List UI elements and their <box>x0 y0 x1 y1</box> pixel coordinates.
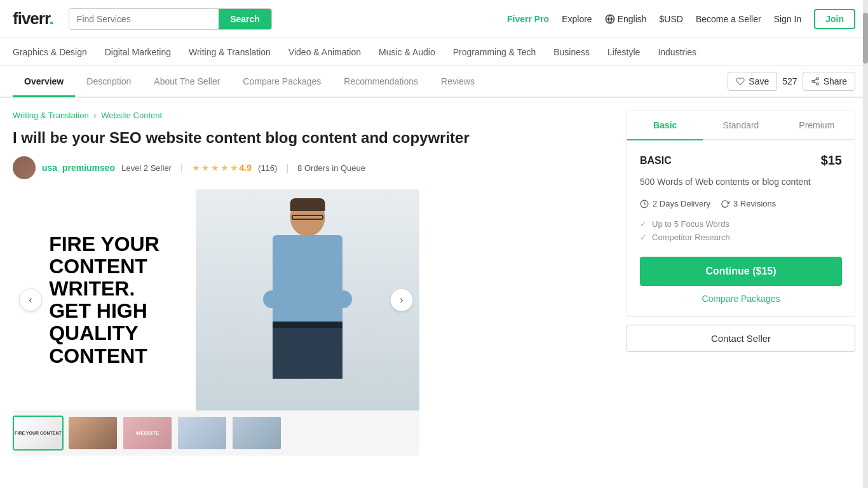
left-column: Writing & Translation › Website Content … <box>13 111 611 456</box>
pkg-tab-basic[interactable]: Basic <box>627 111 703 140</box>
logo-dot: . <box>50 9 53 28</box>
share-label: Share <box>824 76 847 86</box>
language-selector[interactable]: English <box>605 14 647 24</box>
carousel-prev-button[interactable]: ‹ <box>19 288 42 311</box>
heart-icon <box>736 77 745 86</box>
thumbnail-4[interactable] <box>177 416 227 451</box>
fiverr-pro-link[interactable]: Fiverr Pro <box>507 14 549 24</box>
save-label: Save <box>749 76 769 86</box>
save-button[interactable]: Save <box>728 72 777 91</box>
currency-selector[interactable]: $USD <box>660 14 683 24</box>
review-count: (116) <box>258 163 277 173</box>
cat-business[interactable]: Business <box>553 47 590 57</box>
carousel-next-button[interactable]: › <box>390 288 413 311</box>
tab-description[interactable]: Description <box>75 67 142 97</box>
carousel-big-text: FIRE YOUR CONTENT WRITER. GET HIGH QUALI… <box>49 233 159 367</box>
explore-link[interactable]: Explore <box>562 14 592 24</box>
thumbnail-5[interactable] <box>231 416 282 451</box>
share-button[interactable]: Share <box>803 72 855 91</box>
svg-point-4 <box>816 83 818 85</box>
rating-value: 4.9 <box>240 163 252 173</box>
package-description: 500 Words of Web contents or blog conten… <box>640 175 842 189</box>
package-price: $15 <box>821 153 842 168</box>
star-5: ★ <box>230 163 238 173</box>
star-4: ★ <box>220 163 229 173</box>
nav-right: Fiverr Pro Explore English $USD Become a… <box>507 9 855 29</box>
scrollbar[interactable] <box>863 0 868 456</box>
join-button[interactable]: Join <box>814 9 855 29</box>
package-features: ✓ Up to 5 Focus Words ✓ Competitor Resea… <box>640 217 842 244</box>
tab-overview[interactable]: Overview <box>13 67 75 97</box>
breadcrumb-child[interactable]: Website Content <box>101 111 162 120</box>
carousel-image: FIRE YOUR CONTENT WRITER. GET HIGH QUALI… <box>13 189 419 410</box>
delivery-days: 2 Days Delivery <box>653 199 710 208</box>
scrollbar-thumb[interactable] <box>863 13 868 64</box>
thumb-inner-2 <box>69 417 117 449</box>
save-count: 527 <box>782 76 797 86</box>
carousel-person-panel <box>196 189 419 410</box>
refresh-icon <box>721 200 729 208</box>
person-glasses <box>292 215 323 220</box>
cat-graphics-design[interactable]: Graphics & Design <box>13 47 87 57</box>
search-button[interactable]: Search <box>219 9 271 29</box>
cat-writing-translation[interactable]: Writing & Translation <box>189 47 271 57</box>
carousel-line-2: CONTENT <box>49 255 159 278</box>
become-seller-link[interactable]: Become a Seller <box>696 14 761 24</box>
svg-line-5 <box>814 82 817 83</box>
pkg-tab-premium[interactable]: Premium <box>779 111 855 140</box>
continue-button[interactable]: Continue ($15) <box>640 257 842 286</box>
compare-packages-link[interactable]: Compare Packages <box>640 294 842 304</box>
package-box: Basic Standard Premium BASIC $15 500 Wor… <box>627 111 855 317</box>
language-label: English <box>618 14 647 24</box>
person-shirt <box>273 235 342 324</box>
feature-2: ✓ Competitor Research <box>640 231 842 244</box>
gig-title: I will be your SEO website content blog … <box>13 128 483 147</box>
logo[interactable]: fiverr. <box>13 9 53 29</box>
cat-video-animation[interactable]: Video & Animation <box>288 47 361 57</box>
carousel-line-4: GET HIGH <box>49 300 159 322</box>
package-header: BASIC $15 <box>640 153 842 168</box>
carousel-thumbnails: FIRE YOUR CONTENT WEBSITE <box>13 410 419 456</box>
thumbnail-2[interactable] <box>67 416 118 451</box>
breadcrumb-parent[interactable]: Writing & Translation <box>13 111 89 120</box>
search-input[interactable] <box>69 9 219 29</box>
image-carousel: ‹ FIRE YOUR CONTENT WRITER. GET HIGH QUA… <box>13 189 419 456</box>
thumbnail-3[interactable]: WEBSITE <box>122 416 173 451</box>
sign-in-link[interactable]: Sign In <box>774 14 802 24</box>
tab-recommendations[interactable]: Recommendations <box>332 67 430 97</box>
carousel-line-3: WRITER. <box>49 278 159 300</box>
person-figure <box>244 192 371 408</box>
tab-about-seller[interactable]: About The Seller <box>142 67 231 97</box>
person-hair <box>290 198 325 211</box>
delivery-meta: 2 Days Delivery <box>640 199 710 208</box>
star-rating: ★ ★ ★ ★ ★ 4.9 <box>192 163 252 173</box>
sub-nav-actions: Save 527 Share <box>728 72 855 91</box>
seller-name[interactable]: usa_premiumseo <box>42 163 115 173</box>
globe-icon <box>605 14 615 24</box>
top-nav: fiverr. Search Fiverr Pro Explore Englis… <box>0 0 868 38</box>
orders-queue: 8 Orders in Queue <box>297 163 365 173</box>
cat-programming-tech[interactable]: Programming & Tech <box>453 47 536 57</box>
package-meta: 2 Days Delivery 3 Revisions <box>640 199 842 208</box>
cat-lifestyle[interactable]: Lifestyle <box>607 47 640 57</box>
pipe-separator: | <box>286 163 288 173</box>
pkg-tab-standard[interactable]: Standard <box>703 111 778 140</box>
check-icon-2: ✓ <box>640 233 647 242</box>
cat-music-audio[interactable]: Music & Audio <box>379 47 435 57</box>
logo-text: fiverr <box>13 9 50 28</box>
svg-point-3 <box>811 80 814 83</box>
avatar <box>13 156 36 179</box>
thumbnail-1[interactable]: FIRE YOUR CONTENT <box>13 416 64 451</box>
carousel-main: ‹ FIRE YOUR CONTENT WRITER. GET HIGH QUA… <box>13 189 419 410</box>
carousel-line-1: FIRE YOUR <box>49 233 159 255</box>
sub-nav: Overview Description About The Seller Co… <box>0 66 868 98</box>
tab-reviews[interactable]: Reviews <box>430 67 486 97</box>
thumb-inner-4 <box>178 417 226 449</box>
cat-industries[interactable]: Industries <box>658 47 696 57</box>
contact-seller-button[interactable]: Contact Seller <box>627 325 855 352</box>
package-tabs: Basic Standard Premium <box>627 111 855 140</box>
star-1: ★ <box>192 163 200 173</box>
cat-digital-marketing[interactable]: Digital Marketing <box>105 47 171 57</box>
tab-compare-packages[interactable]: Compare Packages <box>231 67 332 97</box>
search-bar: Search <box>69 8 272 30</box>
